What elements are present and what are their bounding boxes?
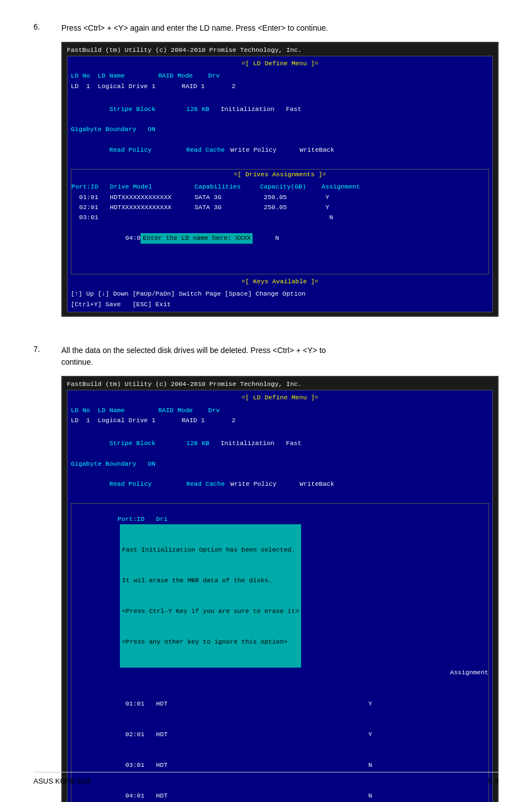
step-6-text: Press <Ctrl> + <Y> again and enter the L… [61,22,499,34]
drive4-6: 04:0Enter the LD name here: XXXXN [71,223,489,254]
drive3-6: 03:01 N [71,212,489,223]
keys2-6: [Ctrl+Y] Save [ESC] Exit [71,299,489,310]
ld-row4-7: Gigabyte Boundary ON [71,459,489,469]
drive2-6: 02:01 HDTXXXXXXXXXXXXX SATA 3G 250.05 Y [71,202,489,212]
step-6: 6. Press <Ctrl> + <Y> again and enter th… [33,22,499,317]
ld-row2-7: LD 1 Logical Drive 1RAID 1 2 [71,416,489,426]
drive1-6: 01:01 HDTXXXXXXXXXXXXX SATA 3G 250.05 Y [71,192,489,202]
step-7-number: 7. [33,345,50,802]
terminal-7-body: =[ LD Define Menu ]= LD No LD NameRAID M… [67,390,493,802]
keys-section-6: =[ Keys Available ]= [↑] Up [↓] Down [Pa… [71,277,489,310]
ld-row1: LD No LD NameRAID Mode Drv [71,71,489,81]
page-footer: ASUS KGPE-D16 5-9 [33,772,499,785]
ld-name-input[interactable]: Enter the LD name here: XXXX [141,233,253,243]
drives-section-7: Port:ID Dri Fast Initialization Option h… [71,503,489,802]
drives-row-header-7: Port:ID Dri Fast Initialization Option h… [71,504,489,688]
ld-row5-7: Read Policy Read CacheWrite Policy Write… [71,469,489,500]
popup-line4: <Press any other key to ignore this opti… [122,637,299,647]
step-6-number: 6. [33,22,50,317]
popup-line1: Fast Initialization Option has been sele… [122,545,299,555]
terminal-6-body: =[ LD Define Menu ]= LD No LD NameRAID M… [67,56,493,312]
ld-row2: LD 1 Logical Drive 1RAID 1 2 [71,81,489,91]
popup-line3: <Press Ctrl-Y Key if you are sure to era… [122,606,299,616]
ld-row4: Gigabyte Boundary ON [71,124,489,134]
popup-box-7: Fast Initialization Option has been sele… [120,524,301,668]
terminal-7: FastBuild (tm) Utility (c) 2004-2010 Pro… [61,376,499,802]
footer-left: ASUS KGPE-D16 [33,777,91,785]
step-7: 7. All the data on the selected disk dri… [33,345,499,802]
drives-col-6: Port:ID Drive Model Capabilities Capacit… [71,182,489,192]
drives-section-6: =[ Drives Assignments ]= Port:ID Drive M… [71,169,489,274]
ld-row1-7: LD No LD NameRAID Mode Drv [71,405,489,416]
step-7-text: All the data on the selected disk drives… [61,345,499,368]
ld-row5: Read Policy Read CacheWrite Policy Write… [71,135,489,166]
step-6-content: Press <Ctrl> + <Y> again and enter the L… [61,22,499,317]
terminal-6-title: FastBuild (tm) Utility (c) 2004-2010 Pro… [67,46,493,54]
ld-menu-header-7: =[ LD Define Menu ]= [71,393,489,403]
ld-row3-7: Stripe Block 128 KBInitialization Fast [71,428,489,458]
keys1-6: [↑] Up [↓] Down [PaUp/PaDn] Switch Page … [71,289,489,299]
step-7-content: All the data on the selected disk drives… [61,345,499,802]
keys-header-6: =[ Keys Available ]= [71,277,489,287]
ld-row3: Stripe Block 128 KBInitialization Fast [71,94,489,124]
footer-right: 5-9 [488,777,499,785]
terminal-7-title: FastBuild (tm) Utility (c) 2004-2010 Pro… [67,380,493,388]
ld-menu-header-6: =[ LD Define Menu ]= [71,59,489,69]
terminal-6: FastBuild (tm) Utility (c) 2004-2010 Pro… [61,42,499,317]
drives-header-6: =[ Drives Assignments ]= [71,170,489,180]
popup-line2: It wil erase the MBR data of the disks. [122,576,299,586]
